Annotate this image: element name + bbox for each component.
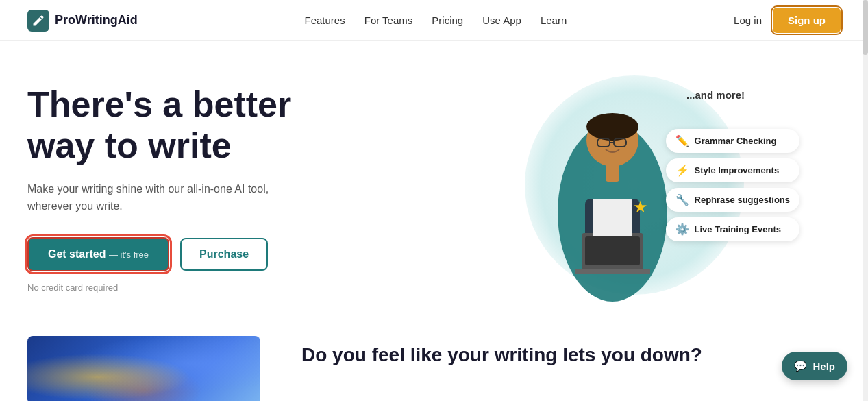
nav-features[interactable]: Features (305, 14, 345, 26)
badge-grammar: ✏️ Grammar Checking (666, 129, 799, 153)
hero-buttons: Get started — it's free Purchase (27, 237, 384, 271)
bottom-right: Do you feel like your writing lets you d… (301, 336, 841, 367)
nav-actions: Log in Sign up (734, 8, 841, 33)
nav-pricing[interactable]: Pricing (432, 14, 463, 26)
svg-point-2 (586, 113, 638, 141)
login-link[interactable]: Log in (734, 14, 762, 26)
svg-rect-11 (606, 165, 619, 182)
svg-text:★: ★ (633, 197, 648, 216)
badge-rephrase-label: Rephrase suggestions (695, 195, 790, 205)
navbar: ProWritingAid Features For Teams Pricing… (0, 0, 868, 41)
purchase-button[interactable]: Purchase (180, 238, 268, 271)
logo-icon (27, 10, 49, 32)
bottom-question: Do you feel like your writing lets you d… (301, 343, 841, 367)
nav-learn[interactable]: Learn (541, 14, 567, 26)
hero-section: There's a better way to write Make your … (0, 41, 868, 315)
no-credit-text: No credit card required (27, 282, 384, 293)
signup-button[interactable]: Sign up (773, 8, 841, 33)
chat-icon: 💬 (794, 360, 807, 372)
grammar-icon: ✏️ (675, 134, 689, 147)
hero-subtitle: Make your writing shine with our all-in-… (27, 180, 288, 215)
badge-style-label: Style Improvements (695, 165, 780, 175)
scroll-thumb[interactable] (863, 0, 868, 55)
rephrase-icon: 🔧 (675, 193, 689, 206)
get-started-button[interactable]: Get started — it's free (27, 237, 169, 271)
chat-help-button[interactable]: 💬 Help (782, 352, 847, 380)
nav-links: Features For Teams Pricing Use App Learn (305, 14, 567, 27)
svg-rect-8 (585, 236, 640, 265)
hero-left: There's a better way to write Make your … (27, 77, 384, 293)
bottom-section: Do you feel like your writing lets you d… (0, 322, 868, 401)
hero-title: There's a better way to write (27, 84, 384, 167)
hero-right: ★ ✏️ Grammar Checking ⚡ Style Improvemen… (384, 69, 841, 302)
badge-style: ⚡ Style Improvements (666, 158, 799, 182)
logo-link[interactable]: ProWritingAid (27, 10, 138, 32)
training-icon: ⚙️ (675, 223, 689, 236)
person-figure: ★ (537, 96, 688, 302)
nav-use-app[interactable]: Use App (482, 14, 521, 26)
feature-badges: ✏️ Grammar Checking ⚡ Style Improvements… (666, 129, 799, 241)
badge-rephrase: 🔧 Rephrase suggestions (666, 188, 799, 212)
and-more-label: ...and more! (686, 89, 745, 101)
nav-for-teams[interactable]: For Teams (364, 14, 413, 26)
chat-help-label: Help (813, 361, 835, 372)
badge-grammar-label: Grammar Checking (695, 136, 777, 146)
artwork-swirl (27, 336, 260, 401)
badge-training: ⚙️ Live Training Events (666, 217, 799, 241)
scrollbar[interactable] (863, 0, 868, 401)
artwork-area (27, 336, 260, 401)
badge-training-label: Live Training Events (695, 224, 781, 234)
logo-text: ProWritingAid (55, 13, 138, 27)
svg-rect-9 (575, 269, 650, 274)
style-icon: ⚡ (675, 164, 689, 177)
svg-rect-10 (593, 199, 632, 236)
